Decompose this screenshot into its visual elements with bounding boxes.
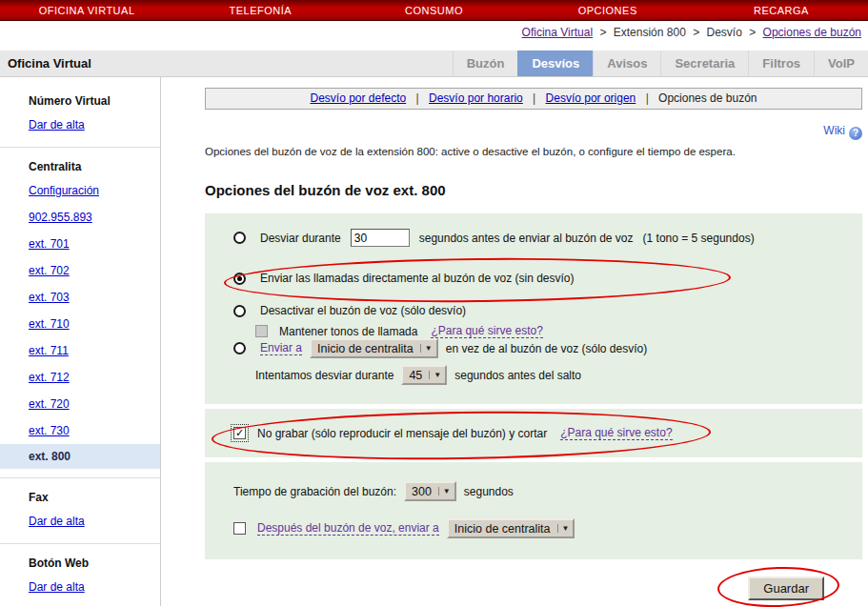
after-voicemail-destination-select[interactable]: Inicio de centralita [447,518,575,538]
footer-row: Guardar [205,577,862,600]
option-disable-label: Desactivar el buzón de voz (sólo desvío) [260,304,466,317]
after-voicemail-row: Después del buzón de voz, enviar a Inici… [233,518,853,538]
sidebar-link-ext-710[interactable]: ext. 710 [29,317,70,331]
radio-forward-seconds[interactable] [233,232,246,244]
wiki-link[interactable]: Wiki [823,124,845,137]
main-content: Desvío por defecto | Desvío por horario … [161,77,868,606]
chevron-down-icon [429,371,445,379]
no-record-help-link[interactable]: ¿Para qué sirve esto? [560,426,672,440]
topnav-telefonia[interactable]: TELEFONÍA [173,5,347,16]
subnav-desvio-por-defecto[interactable]: Desvío por defecto [310,91,406,105]
page-title: Opciones del buzón de voz ext. 800 [205,182,862,198]
send-to-destination-select[interactable]: Inicio de centralita [310,338,438,358]
send-to-seconds-post-label: segundos antes del salto [454,369,581,382]
option-forward-post-label: segundos antes de enviar al buzón de voz [419,232,634,245]
keep-ringtone-label: Mantener tonos de llamada [279,325,417,338]
chevron-down-icon [557,524,574,533]
tab-avisos[interactable]: Avisos [593,51,660,76]
sidebar-link-ext-720[interactable]: ext. 720 [29,397,70,411]
topnav-oficina-virtual[interactable]: OFICINA VIRTUAL [0,5,173,16]
sidebar-link-ext-712[interactable]: ext. 712 [29,371,70,384]
tab-secretaria[interactable]: Secretaria [660,51,748,76]
recording-time-value: 300 [406,485,438,498]
recording-time-select[interactable]: 300 [404,481,456,501]
subnav-bar: Desvío por defecto | Desvío por horario … [205,88,862,110]
topnav-opciones[interactable]: OPCIONES [521,5,695,16]
sidebar-heading-centralita: Centralita [0,156,160,177]
topnav-consumo[interactable]: CONSUMO [347,5,520,16]
option-forward-pre-label: Desviar durante [260,232,341,245]
forward-seconds-input[interactable] [351,229,410,247]
subnav-separator: | [533,91,535,105]
breadcrumb-home-link[interactable]: Oficina Virtual [522,26,593,39]
sidebar-item-ext-800-selected[interactable]: ext. 800 [0,444,160,469]
tab-buzon[interactable]: Buzón [453,51,518,76]
option-disable-voicemail: Desactivar el buzón de voz (sólo desvío) [233,304,853,317]
option-send-to: Enviar a Inicio de centralita en vez de … [233,338,853,358]
tab-voip[interactable]: VoIP [814,51,868,76]
sidebar-link-ext-701[interactable]: ext. 701 [29,237,70,251]
app-title: Oficina Virtual [0,51,453,76]
subnav-desvio-por-horario[interactable]: Desvío por horario [429,91,523,105]
tab-desvios[interactable]: Desvíos [517,51,593,76]
radio-disable-voicemail[interactable] [233,305,246,317]
option-direct-to-voicemail: Enviar las llamadas directamente al buzó… [233,272,853,285]
voicemail-options-panel: Desviar durante segundos antes de enviar… [205,213,862,559]
send-to-post-label: en vez de al buzón de voz (sólo desvío) [446,342,647,355]
send-to-seconds-select[interactable]: 45 [401,365,447,385]
option-forward-seconds: Desviar durante segundos antes de enviar… [233,229,853,247]
help-icon[interactable]: ? [849,127,862,140]
tab-filtros[interactable]: Filtros [748,51,814,76]
sidebar-link-ext-702[interactable]: ext. 702 [29,264,70,277]
sidebar-link-dar-de-alta-numero[interactable]: Dar de alta [29,118,85,132]
sidebar-link-number[interactable]: 902.955.893 [29,211,92,224]
subnav-desvio-por-origen[interactable]: Desvío por origen [546,91,636,105]
after-voicemail-link[interactable]: Después del buzón de voz, enviar a [257,521,439,536]
sidebar-link-ext-730[interactable]: ext. 730 [29,424,70,437]
sidebar-link-ext-711[interactable]: ext. 711 [29,344,69,357]
recording-time-post-label: segundos [464,485,514,498]
recording-time-pre-label: Tiempo de grabación del buzón: [233,485,396,498]
subnav-current-page: Opciones de buzón [658,91,757,105]
keep-ringtone-subrow: Mantener tonos de llamada ¿Para qué sirv… [255,324,853,338]
after-voicemail-checkbox[interactable] [233,522,246,535]
sidebar-divider [0,147,160,148]
sidebar-link-dar-de-alta-boton[interactable]: Dar de alta [29,580,85,594]
sidebar-link-ext-703[interactable]: ext. 703 [29,291,70,304]
recording-time-row: Tiempo de grabación del buzón: 300 segun… [233,481,853,501]
header-bar: Oficina Virtual Buzón Desvíos Avisos Sec… [0,51,868,77]
send-to-link[interactable]: Enviar a [260,341,302,355]
breadcrumb: Oficina Virtual > Extensión 800 > Desvío… [0,21,868,44]
sidebar-divider [0,543,160,544]
recording-time-section: Tiempo de grabación del buzón: 300 segun… [205,462,862,559]
no-record-checkbox[interactable] [233,427,246,439]
sidebar-link-dar-de-alta-fax[interactable]: Dar de alta [29,515,85,528]
voicemail-mode-section: Desviar durante segundos antes de enviar… [205,213,862,404]
no-record-section: No grabar (sólo reproducir el mensaje de… [205,409,862,457]
subnav-separator: | [416,91,419,105]
radio-direct-to-voicemail-selected[interactable] [233,273,246,285]
sidebar-link-configuracion[interactable]: Configuración [29,184,99,197]
option-forward-note: (1 tono = 5 segundos) [643,232,755,245]
send-to-seconds-subrow: Intentamos desviar durante 45 segundos a… [255,365,853,385]
breadcrumb-separator: > [693,26,699,39]
subnav-separator: | [646,91,649,105]
send-to-destination-value: Inicio de centralita [312,342,420,355]
sidebar-divider [0,477,160,478]
send-to-seconds-pre-label: Intentamos desviar durante [255,369,394,382]
breadcrumb-extension: Extensión 800 [614,26,686,39]
keep-ringtone-checkbox[interactable] [255,325,268,337]
breadcrumb-separator: > [599,26,606,39]
tab-strip: Buzón Desvíos Avisos Secretaria Filtros … [453,51,868,76]
no-record-label: No grabar (sólo reproducir el mensaje de… [257,427,547,440]
sidebar-heading-fax: Fax [0,487,160,508]
radio-send-to[interactable] [233,342,246,354]
topnav-recarga[interactable]: RECARGA [695,5,868,16]
page-description: Opciones del buzón de voz de la extensió… [205,146,862,157]
sidebar: Número Virtual Dar de alta Centralita Co… [0,77,161,606]
wiki-row: Wiki? [205,124,862,140]
breadcrumb-separator: > [749,26,756,39]
save-button[interactable]: Guardar [748,577,824,600]
keep-ringtone-help-link[interactable]: ¿Para qué sirve esto? [431,324,542,338]
breadcrumb-current-link[interactable]: Opciones de buzón [763,26,861,39]
